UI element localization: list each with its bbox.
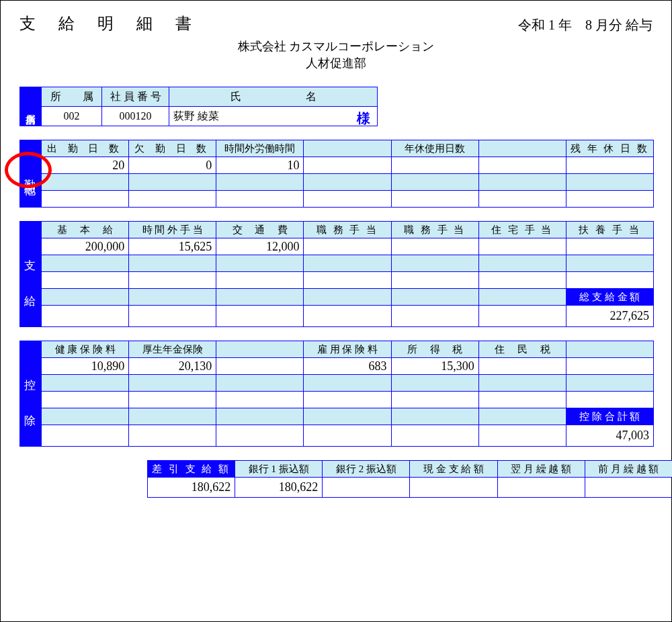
kintai-v0: 20	[42, 157, 129, 174]
employee-table: 所 属 社 員 番 号 氏 名 002 000120 荻野 綾菜 様	[41, 87, 378, 126]
kojo-v1: 20,130	[129, 358, 216, 375]
kojo-v5	[478, 358, 566, 375]
shikyu-h1: 時 間 外 手 当	[129, 222, 216, 238]
shikyu-section: 支 給 基 本 給 時 間 外 手 当 交 通 費 職 務 手 当 職 務 手 …	[19, 221, 654, 327]
sum-h2: 銀行 2 振込額	[323, 461, 410, 478]
kintai-h6: 残 年 休 日 数	[566, 140, 653, 157]
header-row: 支 給 明 細 書 令和 1 年 8 月分 給与	[19, 13, 653, 34]
sum-v4	[497, 478, 585, 498]
kintai-v3	[304, 157, 391, 174]
kojo-h0: 健 康 保 険 料	[42, 341, 129, 358]
shikyu-h2: 交 通 費	[216, 222, 304, 238]
kojo-v4: 15,300	[391, 358, 478, 375]
shikyu-v2: 12,000	[216, 238, 304, 255]
kintai-section: 勤怠他 出 勤 日 数 欠 勤 日 数 時間外労働時間 年休使用日数 残 年 休…	[19, 140, 654, 208]
shikyu-total-label: 総 支 給 金 額	[566, 289, 653, 306]
kintai-v5	[478, 157, 566, 174]
emp-h-dept: 所 属	[42, 87, 102, 107]
emp-name: 荻野 綾菜	[173, 110, 219, 122]
kojo-h3: 雇 用 保 険 料	[304, 341, 391, 358]
emp-id: 000120	[102, 107, 169, 126]
shikyu-side-label: 支 給	[19, 221, 41, 327]
shikyu-h4: 職 務 手 当	[391, 222, 478, 238]
kintai-h2: 時間外労働時間	[216, 140, 304, 157]
kojo-total: 47,003	[566, 425, 653, 447]
kintai-v1: 0	[129, 157, 216, 174]
kintai-h4: 年休使用日数	[391, 140, 478, 157]
kintai-v6	[566, 157, 653, 174]
emp-h-id: 社 員 番 号	[102, 87, 169, 107]
doc-title: 支 給 明 細 書	[19, 13, 201, 34]
emp-name-cell: 荻野 綾菜 様	[169, 107, 378, 126]
shikyu-h6: 扶 養 手 当	[566, 222, 653, 238]
kintai-v4	[391, 157, 478, 174]
kojo-h5: 住 民 税	[478, 341, 566, 358]
kojo-h6	[566, 341, 653, 358]
summary-table: 差 引 支 給 額 銀行 1 振込額 銀行 2 振込額 現 金 支 給 額 翌 …	[147, 460, 672, 498]
kojo-h2	[216, 341, 304, 358]
shikyu-table: 基 本 給 時 間 外 手 当 交 通 費 職 務 手 当 職 務 手 当 住 …	[41, 221, 654, 327]
payslip-page: 支 給 明 細 書 令和 1 年 8 月分 給与 株式会社 カスマルコーポレーシ…	[0, 0, 672, 622]
kintai-h0: 出 勤 日 数	[42, 140, 129, 157]
shikyu-v3	[304, 238, 391, 255]
sum-h4: 翌 月 繰 越 額	[497, 461, 585, 478]
shikyu-v0: 200,000	[42, 238, 129, 255]
shikyu-total: 227,625	[566, 306, 653, 327]
emp-dept: 002	[42, 107, 102, 126]
sum-v1: 180,622	[235, 478, 323, 498]
pay-period: 令和 1 年 8 月分 給与	[518, 16, 653, 34]
shikyu-v1: 15,625	[129, 238, 216, 255]
shikyu-h0: 基 本 給	[42, 222, 129, 238]
kintai-v2: 10	[216, 157, 304, 174]
sum-h5: 前 月 繰 越 額	[585, 461, 672, 478]
kojo-v2	[216, 358, 304, 375]
emp-h-name: 氏 名	[169, 87, 378, 107]
sum-h3: 現 金 支 給 額	[410, 461, 497, 478]
kojo-side-label: 控 除	[19, 341, 41, 447]
shikyu-h3: 職 務 手 当	[304, 222, 391, 238]
shikyu-v6	[566, 238, 653, 255]
sum-v3	[410, 478, 497, 498]
sum-v0: 180,622	[148, 478, 235, 498]
kojo-section: 控 除 健 康 保 険 料 厚生年金保険 雇 用 保 険 料 所 得 税 住 民…	[19, 341, 654, 447]
sum-v5	[585, 478, 672, 498]
kojo-table: 健 康 保 険 料 厚生年金保険 雇 用 保 険 料 所 得 税 住 民 税 1…	[41, 341, 654, 447]
employee-block: 所属指名 所 属 社 員 番 号 氏 名 002 000120 荻野 綾菜 様	[19, 87, 378, 126]
kintai-h5	[478, 140, 566, 157]
summary-block: 差 引 支 給 額 銀行 1 振込額 銀行 2 振込額 現 金 支 給 額 翌 …	[147, 460, 672, 498]
kojo-v6	[566, 358, 653, 375]
shikyu-v5	[478, 238, 566, 255]
sum-v2	[323, 478, 410, 498]
sum-h0: 差 引 支 給 額	[148, 461, 235, 478]
kintai-h1: 欠 勤 日 数	[129, 140, 216, 157]
sum-h1: 銀行 1 振込額	[235, 461, 323, 478]
kintai-h3	[304, 140, 391, 157]
kojo-total-label: 控 除 合 計 額	[566, 408, 653, 425]
emp-side-label: 所属指名	[19, 87, 41, 126]
shikyu-h5: 住 宅 手 当	[478, 222, 566, 238]
kintai-table: 出 勤 日 数 欠 勤 日 数 時間外労働時間 年休使用日数 残 年 休 日 数…	[41, 140, 654, 208]
kojo-h4: 所 得 税	[391, 341, 478, 358]
company-name: 株式会社 カスマルコーポレーション	[19, 38, 653, 55]
kintai-side-label: 勤怠他	[19, 140, 41, 208]
shikyu-v4	[391, 238, 478, 255]
sama-suffix: 様	[357, 109, 370, 128]
kojo-h1: 厚生年金保険	[129, 341, 216, 358]
company-block: 株式会社 カスマルコーポレーション 人材促進部	[19, 38, 653, 72]
kojo-v3: 683	[304, 358, 391, 375]
kojo-v0: 10,890	[42, 358, 129, 375]
department: 人材促進部	[19, 55, 653, 72]
